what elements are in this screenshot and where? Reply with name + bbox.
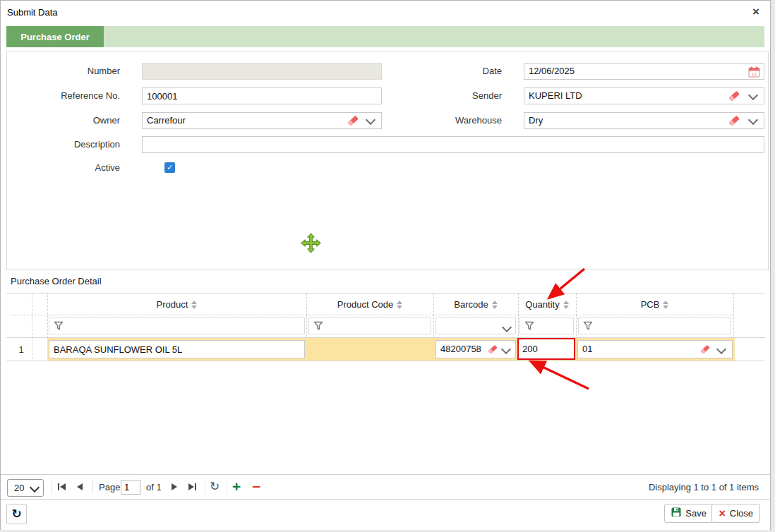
submit-data-dialog: Submit Data × Purchase Order Number Refe…	[0, 0, 771, 530]
owner-label: Owner	[7, 112, 120, 129]
sort-icon	[663, 301, 668, 309]
previous-page-button[interactable]	[77, 480, 83, 494]
reference-label: Reference No.	[7, 87, 120, 104]
tab-strip: Purchase Order	[6, 26, 764, 47]
owner-combobox[interactable]: Carrefour	[142, 112, 382, 129]
filter-pcb[interactable]	[578, 318, 731, 334]
page-number-input[interactable]	[121, 480, 140, 495]
filter-funnel-icon[interactable]	[54, 321, 64, 333]
sender-label: Sender	[389, 87, 502, 104]
barcode-value: 48200758	[440, 341, 481, 357]
clear-icon[interactable]	[488, 345, 498, 354]
detail-section-title: Purchase Order Detail	[11, 276, 102, 286]
grid-pager: 20 Page of 1 ↻ + − Displaying 1 to 1 of …	[1, 474, 770, 500]
chevron-down-icon[interactable]	[748, 115, 758, 125]
tab-purchase-order[interactable]: Purchase Order	[6, 26, 104, 47]
clear-icon[interactable]	[700, 345, 710, 354]
close-button[interactable]: × Close	[711, 504, 760, 523]
filter-quantity[interactable]	[519, 318, 574, 334]
sort-icon	[191, 301, 197, 309]
previous-page-icon	[77, 483, 83, 490]
pcb-cell-combobox[interactable]: 01	[577, 340, 733, 358]
description-label: Description	[7, 136, 120, 153]
column-header-product-code[interactable]: Product Code	[306, 294, 433, 315]
refresh-icon: ↻	[11, 507, 21, 521]
reference-field[interactable]	[142, 87, 382, 104]
column-header-product[interactable]: Product	[47, 294, 306, 315]
date-picker[interactable]: 12/06/2025 12	[524, 63, 764, 80]
filter-funnel-icon[interactable]	[583, 321, 593, 333]
next-page-icon	[172, 483, 177, 490]
dialog-title: Submit Data	[7, 7, 58, 18]
warehouse-value: Dry	[529, 113, 543, 128]
column-header-label: Quantity	[525, 299, 559, 310]
page-size-value: 20	[14, 483, 24, 493]
page-size-select[interactable]: 20	[7, 479, 44, 497]
filter-product[interactable]	[49, 318, 305, 334]
dialog-close-icon[interactable]: ×	[752, 5, 759, 19]
clear-icon[interactable]	[728, 91, 740, 102]
filter-funnel-icon[interactable]	[313, 321, 323, 333]
column-header-quantity[interactable]: Quantity	[518, 294, 576, 315]
barcode-cell-combobox[interactable]: 48200758	[435, 340, 516, 358]
warehouse-combobox[interactable]: Dry	[524, 112, 764, 129]
sort-icon	[563, 301, 569, 309]
filter-funnel-icon[interactable]	[524, 321, 534, 333]
save-icon	[671, 507, 681, 519]
first-page-button[interactable]	[58, 480, 66, 494]
column-header-label: Product	[157, 299, 188, 310]
refresh-button[interactable]: ↻	[6, 504, 27, 524]
last-page-icon	[188, 483, 194, 490]
sender-combobox[interactable]: KUPERI LTD	[524, 87, 764, 104]
pager-status: Displaying 1 to 1 of 1 items	[649, 475, 759, 500]
clear-icon[interactable]	[728, 116, 740, 126]
page-label: Page	[99, 475, 120, 500]
owner-value: Carrefour	[147, 113, 186, 128]
chevron-down-icon[interactable]	[748, 90, 758, 100]
reload-grid-icon[interactable]: ↻	[210, 475, 220, 499]
date-label: Date	[389, 63, 502, 80]
add-row-button[interactable]: +	[232, 475, 241, 498]
save-button-label: Save	[685, 508, 707, 519]
filter-product-code[interactable]	[308, 318, 431, 334]
title-bar: Submit Data ×	[1, 1, 770, 25]
first-page-icon	[60, 483, 66, 490]
close-button-label: Close	[730, 508, 753, 519]
save-button[interactable]: Save	[664, 504, 714, 523]
chevron-down-icon[interactable]	[716, 344, 726, 354]
column-header-barcode[interactable]: Barcode	[433, 294, 518, 315]
move-cursor-icon	[301, 233, 321, 253]
sender-value: KUPERI LTD	[529, 88, 582, 104]
number-field	[142, 63, 382, 80]
product-cell-input[interactable]	[49, 340, 305, 358]
column-header-label: Product Code	[337, 299, 394, 310]
column-header-label: PCB	[641, 299, 660, 310]
next-page-button[interactable]	[172, 480, 177, 494]
chevron-down-icon[interactable]	[502, 322, 512, 332]
last-page-button[interactable]	[188, 480, 196, 494]
active-checkbox[interactable]: ✓	[164, 162, 175, 173]
close-x-icon: ×	[719, 508, 725, 519]
active-label: Active	[7, 159, 120, 176]
purchase-order-form: Number Reference No. Owner Carrefour Des…	[6, 52, 769, 270]
svg-text:12: 12	[752, 72, 757, 76]
number-label: Number	[7, 63, 120, 80]
page-of-label: of 1	[146, 475, 162, 500]
calendar-icon[interactable]: 12	[748, 66, 760, 78]
row-number: 1	[11, 338, 32, 361]
pcb-value: 01	[582, 341, 592, 357]
remove-row-button[interactable]: −	[252, 475, 260, 498]
warehouse-label: Warehouse	[389, 112, 502, 129]
chevron-down-icon[interactable]	[366, 115, 376, 125]
description-field[interactable]	[142, 136, 764, 153]
quantity-cell-input[interactable]	[517, 338, 575, 360]
dialog-footer: ↻ Save × Close	[1, 499, 770, 530]
filter-barcode[interactable]	[435, 318, 516, 334]
chevron-down-icon[interactable]	[501, 344, 511, 354]
column-header-pcb[interactable]: PCB	[576, 294, 733, 315]
checkmark-icon: ✓	[167, 163, 173, 171]
column-header-label: Barcode	[454, 299, 488, 310]
clear-icon[interactable]	[347, 116, 359, 126]
date-value: 12/06/2025	[529, 64, 575, 79]
chevron-down-icon	[30, 483, 40, 492]
